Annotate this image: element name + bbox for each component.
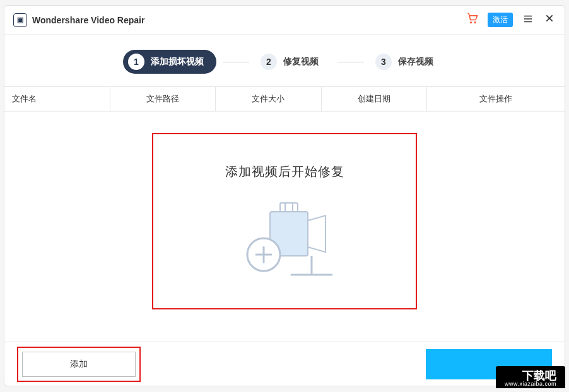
step-3: 3 保存视频 [370, 50, 446, 74]
step-2: 2 修复视频 [255, 50, 331, 74]
watermark-main: 下载吧 [522, 369, 556, 382]
step-divider [223, 62, 249, 62]
close-icon[interactable] [543, 13, 556, 26]
step-divider [337, 62, 364, 62]
step-number: 3 [375, 54, 392, 70]
column-filepath: 文件路径 [110, 87, 216, 111]
step-label: 保存视频 [398, 56, 433, 67]
step-label: 修复视频 [283, 56, 319, 67]
cart-icon[interactable] [466, 12, 479, 28]
svg-point-0 [471, 22, 472, 23]
content-area: 添加视频后开始修复 [4, 112, 565, 342]
svg-rect-8 [280, 203, 298, 212]
app-window: ▣ Wondershare Video Repair 激活 [4, 5, 565, 386]
column-created: 创建日期 [322, 87, 428, 111]
drop-zone-title: 添加视频后开始修复 [225, 163, 344, 180]
camera-add-icon [231, 200, 338, 282]
menu-icon[interactable] [522, 13, 534, 27]
column-actions: 文件操作 [427, 87, 565, 111]
step-number: 1 [128, 54, 144, 70]
table-header: 文件名 文件路径 文件大小 创建日期 文件操作 [4, 86, 565, 112]
titlebar-actions: 激活 [466, 12, 556, 28]
watermark-sub: www.xiazaiba.com [505, 381, 556, 387]
step-label: 添加损坏视频 [151, 56, 204, 67]
column-filesize: 文件大小 [216, 87, 322, 111]
add-button[interactable]: 添加 [22, 352, 136, 377]
app-logo-icon: ▣ [13, 13, 27, 27]
add-button-highlight: 添加 [17, 347, 141, 382]
watermark: 下载吧 www.xiazaiba.com [496, 366, 565, 388]
svg-point-1 [474, 22, 476, 23]
step-number: 2 [261, 54, 277, 70]
bottom-bar: 添加 [4, 342, 565, 386]
drop-zone[interactable]: 添加视频后开始修复 [152, 133, 417, 309]
step-indicator: 1 添加损坏视频 2 修复视频 3 保存视频 [4, 35, 565, 86]
column-filename: 文件名 [4, 87, 110, 111]
activate-button[interactable]: 激活 [488, 13, 513, 27]
step-1: 1 添加损坏视频 [123, 50, 216, 74]
app-title: Wondershare Video Repair [32, 15, 144, 25]
titlebar: ▣ Wondershare Video Repair 激活 [4, 6, 565, 35]
